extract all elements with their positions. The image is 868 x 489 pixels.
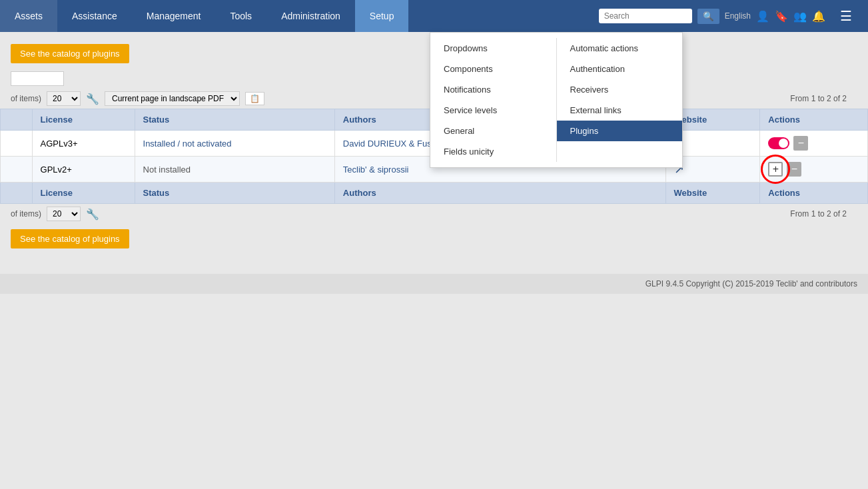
user-icon[interactable]: 👤: [756, 10, 769, 23]
dropdown-col-left: Dropdowns Components Notifications Servi…: [430, 33, 556, 167]
dropdown-col-right: Automatic actions Authentication Receive…: [557, 33, 683, 167]
col-license: License: [32, 109, 135, 131]
filter-input[interactable]: [11, 71, 64, 86]
language-selector[interactable]: English: [725, 11, 751, 21]
row1-name: [1, 131, 33, 157]
wrench-icon-top[interactable]: 🔧: [86, 93, 99, 105]
setup-dropdown: Dropdowns Components Notifications Servi…: [430, 32, 683, 168]
catalog-button-top[interactable]: See the catalog of plugins: [11, 44, 129, 63]
dropdown-authentication[interactable]: Authentication: [557, 59, 683, 79]
foot-col-license: License: [32, 183, 135, 204]
dropdown-dropdowns[interactable]: Dropdowns: [430, 38, 556, 59]
navbar-right: 🔍 English 👤 🔖 👥 🔔 ☰: [599, 8, 868, 24]
users-icon[interactable]: 👥: [793, 10, 807, 23]
nav-setup[interactable]: Setup: [355, 0, 409, 32]
search-input[interactable]: [599, 9, 692, 23]
row2-status: Not installed: [135, 157, 334, 183]
foot-col-name: [1, 183, 33, 204]
nav-assistance[interactable]: Assistance: [57, 0, 132, 32]
pagination-info-top: From 1 to 2 of 2: [790, 94, 847, 103]
bell-icon[interactable]: 🔔: [812, 10, 825, 23]
row2-name: [1, 157, 33, 183]
nav-administration[interactable]: Administration: [266, 0, 355, 32]
catalog-row-bottom: See the catalog of plugins: [0, 224, 868, 254]
dropdown-external-links[interactable]: External links: [557, 100, 683, 121]
items-per-page-label: of items): [11, 94, 41, 103]
row1-minus-button[interactable]: −: [793, 136, 808, 151]
foot-col-website: Website: [665, 183, 760, 204]
nav-tools[interactable]: Tools: [215, 0, 266, 32]
col-actions: Actions: [760, 109, 868, 131]
catalog-button-bottom[interactable]: See the catalog of plugins: [11, 229, 129, 248]
items-per-page-select-bottom[interactable]: 20 50 100: [47, 207, 81, 221]
search-button[interactable]: 🔍: [697, 9, 719, 24]
items-per-page-label-bottom: of items): [11, 209, 41, 219]
annotation-circle: [761, 155, 790, 184]
bookmark-icon[interactable]: 🔖: [775, 10, 788, 23]
row2-plus-button[interactable]: +: [768, 162, 783, 177]
row2-action-cell: + −: [768, 162, 859, 177]
col-status: Status: [135, 109, 334, 131]
footer-text: GLPI 9.4.5 Copyright (C) 2015-2019 Tecli…: [646, 279, 857, 288]
navbar: Assets Assistance Management Tools Admin…: [0, 0, 868, 32]
dropdown-automatic-actions[interactable]: Automatic actions: [557, 38, 683, 59]
nav-management[interactable]: Management: [132, 0, 216, 32]
col-name: [1, 109, 33, 131]
row2-minus-button[interactable]: −: [787, 162, 801, 177]
nav-assets[interactable]: Assets: [0, 0, 57, 32]
navbar-left: Assets Assistance Management Tools Admin…: [0, 0, 599, 32]
row1-license: AGPLv3+: [32, 131, 135, 157]
hamburger-icon[interactable]: ☰: [831, 8, 861, 24]
dropdown-plugins[interactable]: Plugins: [557, 121, 683, 141]
dropdown-service-levels[interactable]: Service levels: [430, 100, 556, 121]
export-button[interactable]: 📋: [245, 92, 264, 105]
wrench-icon-bottom[interactable]: 🔧: [86, 208, 99, 221]
pagination-info-bottom: From 1 to 2 of 2: [790, 209, 847, 219]
dropdown-general[interactable]: General: [430, 121, 556, 141]
dropdown-fields-unicity[interactable]: Fields unicity: [430, 141, 556, 162]
row1-actions: −: [760, 131, 868, 157]
row1-toggle[interactable]: [768, 137, 789, 149]
table-footer-header-row: License Status Authors Website Actions: [1, 183, 868, 204]
row1-action-cell: −: [768, 136, 859, 151]
foot-col-status: Status: [135, 183, 334, 204]
items-per-page-select[interactable]: 20 50 100: [47, 91, 81, 106]
footer: GLPI 9.4.5 Copyright (C) 2015-2019 Tecli…: [0, 274, 868, 294]
row2-authors-link[interactable]: Teclib' & siprossii: [343, 165, 409, 175]
row2-license: GPLv2+: [32, 157, 135, 183]
row2-actions: + −: [760, 157, 868, 183]
dropdown-components[interactable]: Components: [430, 59, 556, 79]
foot-col-actions: Actions: [760, 183, 868, 204]
export-select[interactable]: Current page in landscape PDF: [105, 91, 240, 106]
toolbar-row-bottom: of items) 20 50 100 🔧 From 1 to 2 of 2: [0, 204, 868, 224]
row1-toggle-knob: [779, 139, 788, 148]
foot-col-authors: Authors: [334, 183, 665, 204]
dropdown-notifications[interactable]: Notifications: [430, 79, 556, 100]
row1-status: Installed / not activated: [135, 131, 334, 157]
dropdown-receivers[interactable]: Receivers: [557, 79, 683, 100]
